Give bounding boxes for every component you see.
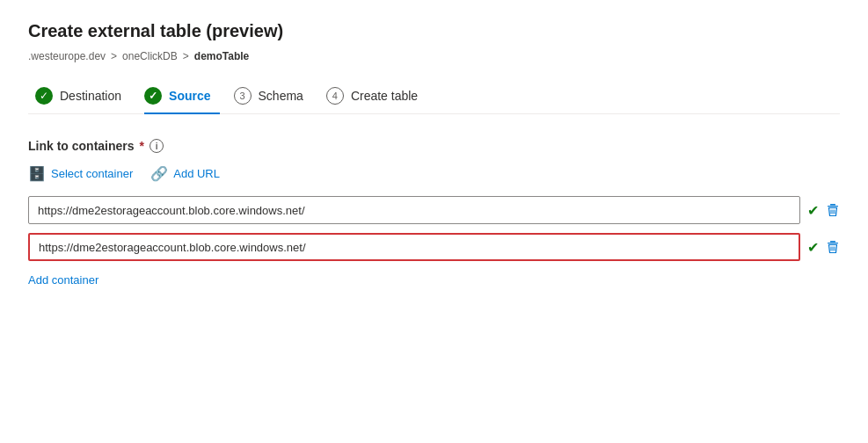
select-container-label: Select container [51,167,133,180]
select-container-icon: 🗄️ [28,165,46,182]
tabs: ✓ Destination ✓ Source 3 Schema 4 Create… [28,78,840,114]
page-title: Create external table (preview) [28,21,840,41]
info-icon[interactable]: i [150,139,164,153]
breadcrumb: .westeurope.dev > oneClickDB > demoTable [28,50,840,62]
add-url-icon: 🔗 [150,165,168,182]
tab-create-table-num-icon: 4 [326,87,344,105]
container-delete-icon-1[interactable] [826,203,840,217]
section-required-asterisk: * [140,139,144,153]
tab-schema-label: Schema [259,89,303,103]
add-container-link[interactable]: Add container [28,273,98,287]
tab-destination-check-icon: ✓ [35,87,53,105]
section-label-text: Link to containers [28,139,135,153]
breadcrumb-part2: oneClickDB [122,50,178,62]
container-input-2[interactable] [28,233,800,261]
tab-source-label: Source [169,89,210,103]
container-row-2: ✔ [28,233,840,261]
tab-source-check-icon: ✓ [144,87,162,105]
svg-rect-5 [830,241,835,243]
svg-rect-1 [828,206,838,207]
breadcrumb-part3: demoTable [194,50,249,62]
container-valid-icon-2: ✔ [807,239,819,256]
breadcrumb-sep2: > [183,50,189,62]
tab-schema-num-icon: 3 [234,87,252,105]
select-container-link[interactable]: 🗄️ Select container [28,165,133,182]
container-delete-icon-2[interactable] [826,240,840,254]
tab-create-table-label: Create table [351,89,418,103]
tab-destination-label: Destination [60,89,121,103]
tab-source[interactable]: ✓ Source [137,78,226,113]
section-label: Link to containers * i [28,139,840,153]
container-input-1[interactable] [28,196,800,224]
tab-create-table[interactable]: 4 Create table [319,78,434,113]
action-links: 🗄️ Select container 🔗 Add URL [28,165,840,182]
container-row-1: ✔ [28,196,840,224]
tab-schema[interactable]: 3 Schema [227,78,319,113]
breadcrumb-sep1: > [111,50,117,62]
add-url-link[interactable]: 🔗 Add URL [150,165,220,182]
breadcrumb-part1: .westeurope.dev [28,50,106,62]
svg-rect-6 [828,243,838,243]
page: Create external table (preview) .westeur… [0,0,868,443]
svg-rect-0 [830,204,835,206]
tab-destination[interactable]: ✓ Destination [28,78,137,113]
container-valid-icon-1: ✔ [807,202,819,219]
add-url-label: Add URL [173,167,220,180]
